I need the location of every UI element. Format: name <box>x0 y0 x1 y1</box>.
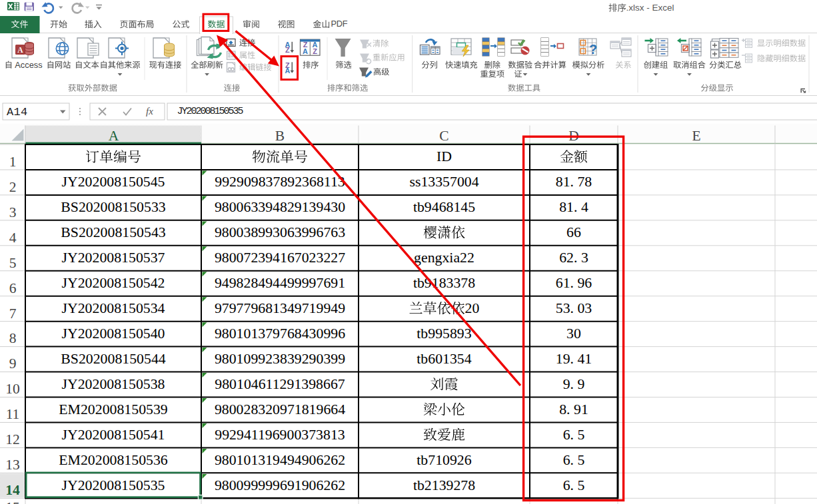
svg-text:30: 30 <box>566 326 581 342</box>
svg-text:980109923839290399: 980109923839290399 <box>215 351 345 367</box>
svg-text:Z: Z <box>285 46 290 54</box>
svg-text:980104611291398667: 980104611291398667 <box>215 376 345 392</box>
svg-text:2: 2 <box>9 179 17 195</box>
svg-text:14: 14 <box>5 482 20 498</box>
svg-text:EM202008150536: EM202008150536 <box>59 452 168 468</box>
svg-text:980101319494906262: 980101319494906262 <box>215 452 345 468</box>
svg-text:JY202008150535: JY202008150535 <box>61 477 165 493</box>
svg-text:JY202008150535: JY202008150535 <box>177 106 244 117</box>
svg-text:980101379768430996: 980101379768430996 <box>215 326 345 342</box>
svg-text:949828494499997691: 949828494499997691 <box>215 275 345 291</box>
svg-text:A14: A14 <box>7 106 28 119</box>
svg-text:62. 3: 62. 3 <box>559 250 588 266</box>
svg-text:8. 91: 8. 91 <box>559 401 588 417</box>
svg-text:tb995893: tb995893 <box>416 326 471 342</box>
svg-text:979779681349719949: 979779681349719949 <box>215 300 345 316</box>
svg-text:JY202008150537: JY202008150537 <box>61 250 165 266</box>
svg-text:8: 8 <box>9 330 17 346</box>
svg-text:4: 4 <box>9 230 17 246</box>
svg-text:?: ? <box>589 42 597 57</box>
svg-text:81. 4: 81. 4 <box>559 199 588 215</box>
svg-text:992909837892368113: 992909837892368113 <box>215 174 345 190</box>
svg-text:980063394829139430: 980063394829139430 <box>215 199 345 215</box>
svg-text:980028320971819664: 980028320971819664 <box>215 401 345 417</box>
svg-text:12: 12 <box>5 431 20 447</box>
svg-text:A: A <box>109 128 119 144</box>
svg-text:6: 6 <box>9 280 17 296</box>
svg-text:B: B <box>275 128 285 144</box>
svg-text:6. 5: 6. 5 <box>563 452 585 468</box>
svg-text:JY202008150534: JY202008150534 <box>61 300 165 316</box>
svg-text:PDF: PDF <box>331 19 348 29</box>
svg-text:Access: Access <box>15 60 42 70</box>
svg-text:E: E <box>692 128 700 144</box>
svg-text:1: 1 <box>9 154 17 170</box>
svg-text:tb2139278: tb2139278 <box>413 477 475 493</box>
svg-text:ss13357004: ss13357004 <box>409 174 478 190</box>
svg-text:9: 9 <box>9 356 17 372</box>
svg-text:EM202008150539: EM202008150539 <box>59 401 167 417</box>
svg-text:BS202008150543: BS202008150543 <box>61 224 166 240</box>
svg-text:tb9468145: tb9468145 <box>413 199 475 215</box>
svg-text:tb9183378: tb9183378 <box>413 275 475 291</box>
svg-text:JY202008150545: JY202008150545 <box>61 174 165 190</box>
svg-text:C: C <box>439 128 448 144</box>
svg-text:980038993063996763: 980038993063996763 <box>215 224 345 240</box>
svg-text:20: 20 <box>465 300 480 316</box>
svg-text:980099999691906262: 980099999691906262 <box>215 477 345 493</box>
svg-text:13: 13 <box>5 457 20 473</box>
svg-text:A: A <box>17 46 23 54</box>
svg-text:ID: ID <box>436 148 452 164</box>
svg-text:tb710926: tb710926 <box>416 452 471 468</box>
svg-text:A: A <box>285 67 290 75</box>
svg-text:10: 10 <box>5 381 20 397</box>
svg-text:Z: Z <box>313 47 317 55</box>
svg-text:992941196900373813: 992941196900373813 <box>215 427 345 443</box>
svg-text:980072394167023227: 980072394167023227 <box>215 250 345 266</box>
svg-text:tb601354: tb601354 <box>416 351 471 367</box>
svg-text:66: 66 <box>566 224 581 240</box>
svg-text:6. 5: 6. 5 <box>563 477 585 493</box>
svg-text:15: 15 <box>5 499 20 504</box>
svg-text:fx: fx <box>146 106 153 117</box>
svg-text:9. 9: 9. 9 <box>563 376 585 392</box>
svg-text:.xlsx - Excel: .xlsx - Excel <box>626 3 674 13</box>
svg-text:JY202008150538: JY202008150538 <box>61 376 165 392</box>
svg-text:5: 5 <box>9 255 17 271</box>
svg-text:19. 41: 19. 41 <box>556 351 592 367</box>
svg-text:BS202008150533: BS202008150533 <box>61 199 166 215</box>
svg-text:11: 11 <box>6 406 20 422</box>
svg-text:A: A <box>303 47 308 55</box>
svg-text:JY202008150540: JY202008150540 <box>61 326 165 342</box>
svg-text:BS202008150544: BS202008150544 <box>61 351 166 367</box>
svg-text:gengxia22: gengxia22 <box>414 250 474 266</box>
svg-text:53. 03: 53. 03 <box>556 300 592 316</box>
svg-text:6. 5: 6. 5 <box>563 427 585 443</box>
svg-text:81. 78: 81. 78 <box>556 174 592 190</box>
svg-text:3: 3 <box>9 204 17 220</box>
svg-text:7: 7 <box>9 306 17 322</box>
svg-text:61. 96: 61. 96 <box>556 275 592 291</box>
svg-text:JY202008150541: JY202008150541 <box>61 427 165 443</box>
svg-text:JY202008150542: JY202008150542 <box>61 275 165 291</box>
